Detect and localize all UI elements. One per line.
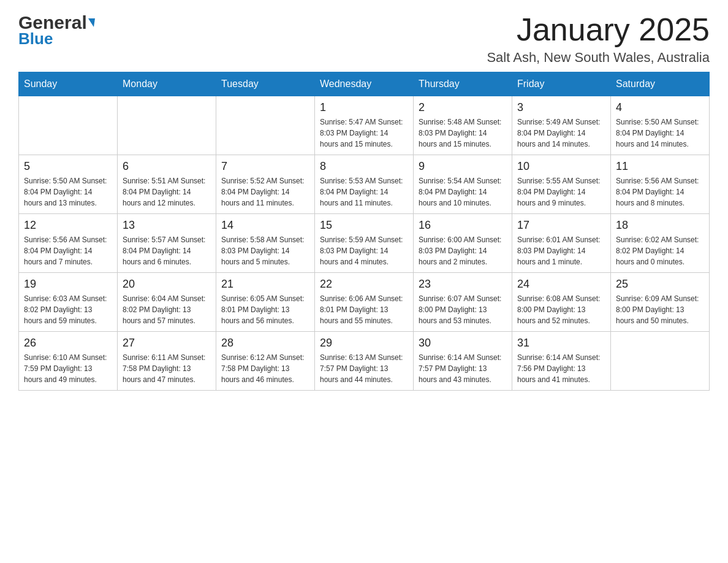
day-info: Sunrise: 6:14 AM Sunset: 7:56 PM Dayligh… — [517, 352, 605, 385]
day-number: 28 — [221, 337, 309, 350]
day-number: 20 — [123, 278, 211, 291]
day-info: Sunrise: 6:06 AM Sunset: 8:01 PM Dayligh… — [320, 293, 408, 326]
day-number: 4 — [616, 101, 704, 114]
calendar-week-1: 1Sunrise: 5:47 AM Sunset: 8:03 PM Daylig… — [19, 96, 710, 155]
day-info: Sunrise: 5:56 AM Sunset: 8:04 PM Dayligh… — [616, 175, 704, 209]
col-saturday: Saturday — [611, 72, 710, 96]
calendar-cell-w1-d1 — [19, 96, 118, 155]
day-info: Sunrise: 5:47 AM Sunset: 8:03 PM Dayligh… — [320, 117, 408, 150]
calendar-cell-w3-d2: 13Sunrise: 5:57 AM Sunset: 8:04 PM Dayli… — [118, 214, 216, 273]
day-info: Sunrise: 6:03 AM Sunset: 8:02 PM Dayligh… — [24, 293, 112, 326]
day-info: Sunrise: 6:13 AM Sunset: 7:57 PM Dayligh… — [320, 352, 408, 385]
day-info: Sunrise: 6:00 AM Sunset: 8:03 PM Dayligh… — [419, 234, 507, 267]
day-number: 19 — [24, 278, 112, 291]
calendar-cell-w2-d5: 9Sunrise: 5:54 AM Sunset: 8:04 PM Daylig… — [414, 155, 512, 214]
calendar-cell-w5-d3: 28Sunrise: 6:12 AM Sunset: 7:58 PM Dayli… — [216, 332, 315, 391]
calendar-cell-w4-d3: 21Sunrise: 6:05 AM Sunset: 8:01 PM Dayli… — [216, 273, 315, 332]
calendar-cell-w3-d7: 18Sunrise: 6:02 AM Sunset: 8:02 PM Dayli… — [611, 214, 710, 273]
title-section: January 2025 Salt Ash, New South Wales, … — [487, 12, 710, 66]
day-info: Sunrise: 5:52 AM Sunset: 8:04 PM Dayligh… — [221, 175, 309, 209]
day-info: Sunrise: 5:50 AM Sunset: 8:04 PM Dayligh… — [24, 175, 112, 209]
day-number: 13 — [123, 219, 211, 232]
calendar-cell-w1-d6: 3Sunrise: 5:49 AM Sunset: 8:04 PM Daylig… — [512, 96, 611, 155]
day-number: 21 — [221, 278, 309, 291]
day-number: 1 — [320, 101, 408, 114]
calendar-cell-w5-d6: 31Sunrise: 6:14 AM Sunset: 7:56 PM Dayli… — [512, 332, 611, 391]
day-number: 12 — [24, 219, 112, 232]
calendar-cell-w3-d5: 16Sunrise: 6:00 AM Sunset: 8:03 PM Dayli… — [414, 214, 512, 273]
calendar-cell-w2-d2: 6Sunrise: 5:51 AM Sunset: 8:04 PM Daylig… — [118, 155, 216, 214]
calendar-cell-w3-d1: 12Sunrise: 5:56 AM Sunset: 8:04 PM Dayli… — [19, 214, 118, 273]
day-info: Sunrise: 5:55 AM Sunset: 8:04 PM Dayligh… — [517, 175, 605, 209]
col-tuesday: Tuesday — [216, 72, 315, 96]
day-number: 29 — [320, 337, 408, 350]
day-info: Sunrise: 6:07 AM Sunset: 8:00 PM Dayligh… — [419, 293, 507, 326]
logo-arrow-icon — [88, 18, 95, 27]
calendar-cell-w5-d2: 27Sunrise: 6:11 AM Sunset: 7:58 PM Dayli… — [118, 332, 216, 391]
day-info: Sunrise: 6:01 AM Sunset: 8:03 PM Dayligh… — [517, 234, 605, 267]
day-number: 8 — [320, 160, 408, 173]
day-number: 16 — [419, 219, 507, 232]
col-thursday: Thursday — [414, 72, 512, 96]
calendar-cell-w2-d6: 10Sunrise: 5:55 AM Sunset: 8:04 PM Dayli… — [512, 155, 611, 214]
page-header: General Blue January 2025 Salt Ash, New … — [18, 12, 710, 66]
location-subtitle: Salt Ash, New South Wales, Australia — [487, 50, 710, 66]
day-number: 17 — [517, 219, 605, 232]
day-info: Sunrise: 6:10 AM Sunset: 7:59 PM Dayligh… — [24, 352, 112, 385]
day-number: 6 — [123, 160, 211, 173]
day-info: Sunrise: 5:49 AM Sunset: 8:04 PM Dayligh… — [517, 117, 605, 150]
day-info: Sunrise: 6:04 AM Sunset: 8:02 PM Dayligh… — [123, 293, 211, 326]
day-number: 3 — [517, 101, 605, 114]
day-number: 5 — [24, 160, 112, 173]
col-sunday: Sunday — [19, 72, 118, 96]
day-info: Sunrise: 5:53 AM Sunset: 8:04 PM Dayligh… — [320, 175, 408, 209]
calendar-week-5: 26Sunrise: 6:10 AM Sunset: 7:59 PM Dayli… — [19, 332, 710, 391]
calendar-week-4: 19Sunrise: 6:03 AM Sunset: 8:02 PM Dayli… — [19, 273, 710, 332]
calendar-cell-w3-d3: 14Sunrise: 5:58 AM Sunset: 8:03 PM Dayli… — [216, 214, 315, 273]
calendar-cell-w2-d3: 7Sunrise: 5:52 AM Sunset: 8:04 PM Daylig… — [216, 155, 315, 214]
day-number: 25 — [616, 278, 704, 291]
calendar-table: Sunday Monday Tuesday Wednesday Thursday… — [18, 72, 710, 391]
calendar-week-2: 5Sunrise: 5:50 AM Sunset: 8:04 PM Daylig… — [19, 155, 710, 214]
calendar-body: 1Sunrise: 5:47 AM Sunset: 8:03 PM Daylig… — [19, 96, 710, 391]
calendar-cell-w2-d1: 5Sunrise: 5:50 AM Sunset: 8:04 PM Daylig… — [19, 155, 118, 214]
calendar-header-row: Sunday Monday Tuesday Wednesday Thursday… — [19, 72, 710, 96]
calendar-cell-w5-d5: 30Sunrise: 6:14 AM Sunset: 7:57 PM Dayli… — [414, 332, 512, 391]
day-info: Sunrise: 6:14 AM Sunset: 7:57 PM Dayligh… — [419, 352, 507, 385]
calendar-cell-w3-d4: 15Sunrise: 5:59 AM Sunset: 8:03 PM Dayli… — [315, 214, 414, 273]
day-info: Sunrise: 6:11 AM Sunset: 7:58 PM Dayligh… — [123, 352, 211, 385]
day-info: Sunrise: 6:02 AM Sunset: 8:02 PM Dayligh… — [616, 234, 704, 267]
day-info: Sunrise: 5:58 AM Sunset: 8:03 PM Dayligh… — [221, 234, 309, 267]
logo: General Blue — [18, 12, 95, 48]
day-number: 31 — [517, 337, 605, 350]
day-info: Sunrise: 5:59 AM Sunset: 8:03 PM Dayligh… — [320, 234, 408, 267]
calendar-cell-w4-d6: 24Sunrise: 6:08 AM Sunset: 8:00 PM Dayli… — [512, 273, 611, 332]
calendar-week-3: 12Sunrise: 5:56 AM Sunset: 8:04 PM Dayli… — [19, 214, 710, 273]
calendar-cell-w1-d4: 1Sunrise: 5:47 AM Sunset: 8:03 PM Daylig… — [315, 96, 414, 155]
month-title: January 2025 — [487, 12, 710, 47]
calendar-cell-w3-d6: 17Sunrise: 6:01 AM Sunset: 8:03 PM Dayli… — [512, 214, 611, 273]
day-number: 15 — [320, 219, 408, 232]
calendar-cell-w5-d4: 29Sunrise: 6:13 AM Sunset: 7:57 PM Dayli… — [315, 332, 414, 391]
day-info: Sunrise: 5:51 AM Sunset: 8:04 PM Dayligh… — [123, 175, 211, 209]
calendar-cell-w5-d1: 26Sunrise: 6:10 AM Sunset: 7:59 PM Dayli… — [19, 332, 118, 391]
day-number: 18 — [616, 219, 704, 232]
day-number: 30 — [419, 337, 507, 350]
day-number: 10 — [517, 160, 605, 173]
col-wednesday: Wednesday — [315, 72, 414, 96]
day-number: 26 — [24, 337, 112, 350]
col-monday: Monday — [118, 72, 216, 96]
day-info: Sunrise: 5:50 AM Sunset: 8:04 PM Dayligh… — [616, 117, 704, 150]
calendar-cell-w2-d4: 8Sunrise: 5:53 AM Sunset: 8:04 PM Daylig… — [315, 155, 414, 214]
day-info: Sunrise: 6:05 AM Sunset: 8:01 PM Dayligh… — [221, 293, 309, 326]
day-info: Sunrise: 5:54 AM Sunset: 8:04 PM Dayligh… — [419, 175, 507, 209]
calendar-cell-w1-d5: 2Sunrise: 5:48 AM Sunset: 8:03 PM Daylig… — [414, 96, 512, 155]
logo-blue-text: Blue — [18, 29, 53, 48]
calendar-cell-w4-d5: 23Sunrise: 6:07 AM Sunset: 8:00 PM Dayli… — [414, 273, 512, 332]
day-info: Sunrise: 6:08 AM Sunset: 8:00 PM Dayligh… — [517, 293, 605, 326]
calendar-cell-w4-d2: 20Sunrise: 6:04 AM Sunset: 8:02 PM Dayli… — [118, 273, 216, 332]
day-number: 14 — [221, 219, 309, 232]
calendar-cell-w4-d1: 19Sunrise: 6:03 AM Sunset: 8:02 PM Dayli… — [19, 273, 118, 332]
day-info: Sunrise: 5:56 AM Sunset: 8:04 PM Dayligh… — [24, 234, 112, 267]
calendar-cell-w1-d2 — [118, 96, 216, 155]
